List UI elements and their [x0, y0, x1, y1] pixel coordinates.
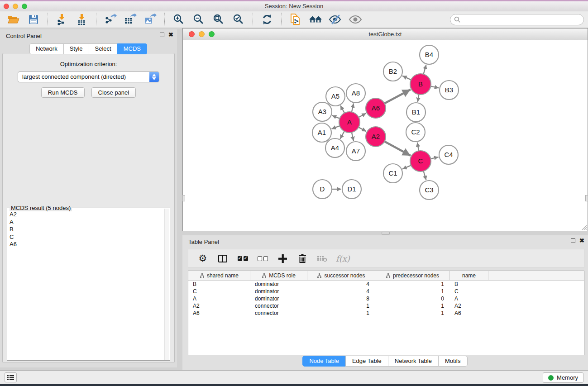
graph-edge-C-C2[interactable]	[417, 143, 419, 151]
table-cell[interactable]: dominator	[250, 288, 307, 295]
table-cell[interactable]: 4	[307, 288, 375, 295]
clone-network-icon[interactable]	[289, 13, 302, 26]
network-canvas[interactable]: B4B2BB3A8A5A6A3B1AC2A1A2A4A7C4CC1C3DD1	[183, 40, 588, 231]
float-table-panel-icon[interactable]	[571, 238, 575, 243]
float-panel-icon[interactable]	[160, 33, 164, 37]
table-row[interactable]: A6connector11A6	[188, 310, 584, 317]
table-cell[interactable]: 8	[307, 295, 375, 302]
import-network-icon[interactable]	[55, 13, 69, 26]
mcds-result-item[interactable]: A2	[10, 211, 164, 219]
tab-motifs[interactable]: Motifs	[438, 356, 468, 367]
optimization-criterion-select[interactable]: largest connected component (directed)	[18, 71, 159, 82]
mcds-result-item[interactable]: A	[10, 219, 164, 226]
zoom-in-icon[interactable]	[172, 13, 186, 26]
table-cell[interactable]: dominator	[250, 295, 307, 302]
close-table-panel-icon[interactable]: ✖	[579, 238, 584, 243]
tab-select[interactable]: Select	[89, 43, 118, 54]
table-cell[interactable]: C	[450, 288, 488, 295]
table-cell[interactable]: A2	[450, 303, 488, 309]
horizontal-splitter-handle[interactable]	[382, 232, 390, 235]
table-cell[interactable]: A2	[188, 303, 250, 309]
tab-network[interactable]: Network	[29, 43, 64, 54]
export-image-icon[interactable]	[143, 13, 157, 26]
graph-edge-A-A3[interactable]	[332, 115, 340, 119]
zoom-selected-icon[interactable]	[232, 13, 245, 26]
tab-network-table[interactable]: Network Table	[388, 356, 439, 367]
table-cell[interactable]: A6	[450, 310, 488, 316]
graph-edge-B-B1[interactable]	[418, 95, 419, 102]
export-network-icon[interactable]	[104, 13, 117, 26]
run-mcds-button[interactable]: Run MCDS	[41, 87, 85, 98]
table-cell[interactable]: A	[188, 295, 250, 302]
graph-edge-A2-C[interactable]	[384, 142, 411, 156]
mcds-result-item[interactable]: B	[10, 226, 164, 234]
memory-button[interactable]: Memory	[543, 372, 583, 383]
table-mode-gear-icon[interactable]: ⚙	[197, 253, 209, 264]
mcds-result-item[interactable]: A6	[10, 241, 164, 248]
table-cell[interactable]: C	[188, 288, 250, 295]
graph-edge-A6-B[interactable]	[384, 90, 411, 104]
table-cell[interactable]: A	[450, 295, 488, 302]
graph-edge-C-C1[interactable]	[402, 165, 411, 169]
table-cell[interactable]: connector	[250, 310, 307, 316]
graph-edge-B-B4[interactable]	[424, 65, 426, 74]
table-row[interactable]: Cdominator41C	[188, 288, 584, 295]
tab-mcds[interactable]: MCDS	[117, 43, 147, 54]
column-header[interactable]: predecessor nodes	[375, 271, 450, 280]
tab-edge-table[interactable]: Edge Table	[345, 356, 388, 367]
export-table-icon[interactable]	[124, 13, 137, 26]
graph-edge-A-A7[interactable]	[352, 133, 354, 141]
zoom-fit-icon[interactable]	[212, 13, 225, 26]
open-session-icon[interactable]	[7, 13, 20, 26]
show-columns-icon[interactable]	[217, 253, 229, 264]
graph-edge-A-A2[interactable]	[359, 127, 366, 131]
table-cell[interactable]: A6	[188, 310, 250, 316]
close-panel-button[interactable]: Close panel	[91, 87, 136, 98]
table-cell[interactable]: 1	[375, 288, 450, 295]
tab-node-table[interactable]: Node Table	[302, 356, 346, 367]
column-header[interactable]: shared name	[188, 271, 250, 280]
show-eye-icon[interactable]	[349, 13, 362, 26]
table-cell[interactable]: B	[188, 281, 250, 287]
column-header[interactable]: MCDS role	[250, 271, 307, 280]
table-cell[interactable]: 1	[307, 303, 375, 309]
table-cell[interactable]: 1	[375, 310, 450, 316]
table-cell[interactable]: dominator	[250, 281, 307, 287]
import-table-icon[interactable]	[75, 13, 89, 26]
save-session-icon[interactable]	[27, 13, 40, 26]
deselect-all-icon[interactable]	[257, 253, 268, 264]
zoom-out-icon[interactable]	[192, 13, 206, 26]
table-cell[interactable]: 1	[375, 303, 450, 309]
column-header[interactable]: name	[450, 271, 488, 280]
delete-column-trash-icon[interactable]	[296, 253, 308, 264]
search-input[interactable]	[450, 14, 584, 25]
home-networks-icon[interactable]	[309, 13, 322, 26]
table-cell[interactable]: connector	[250, 303, 307, 309]
column-header[interactable]: successor nodes	[307, 271, 375, 280]
task-history-button[interactable]	[5, 372, 17, 382]
graph-edge-C-C4[interactable]	[430, 157, 438, 159]
graph-edge-B-B3[interactable]	[431, 86, 439, 88]
mcds-result-item[interactable]: C	[10, 234, 164, 241]
graph-edge-A-A5[interactable]	[340, 105, 344, 113]
table-cell[interactable]: 1	[307, 310, 375, 316]
table-cell[interactable]: 1	[375, 281, 450, 287]
resize-grip-icon[interactable]	[580, 223, 587, 230]
refresh-layout-icon[interactable]	[260, 13, 274, 26]
table-cell[interactable]: B	[450, 281, 488, 287]
tab-style[interactable]: Style	[63, 43, 89, 54]
graph-edge-B-B2[interactable]	[402, 76, 411, 80]
left-edge-grip[interactable]	[182, 195, 185, 201]
network-window-titlebar[interactable]: testGlobe.txt	[183, 29, 588, 40]
table-cell[interactable]: 0	[375, 295, 450, 302]
graph-edge-A-A8[interactable]	[352, 104, 354, 112]
table-row[interactable]: Bdominator41B	[188, 281, 584, 288]
graph-edge-A-A1[interactable]	[332, 126, 340, 129]
hide-selected-eye-icon[interactable]	[329, 13, 342, 26]
table-row[interactable]: Adominator80A	[188, 295, 584, 302]
select-all-icon[interactable]	[237, 253, 249, 264]
graph-edge-A-A4[interactable]	[340, 131, 344, 139]
mcds-result-scrollbar[interactable]	[164, 209, 169, 360]
graph-edge-C-C3[interactable]	[424, 171, 426, 180]
add-column-icon[interactable]	[277, 253, 288, 264]
